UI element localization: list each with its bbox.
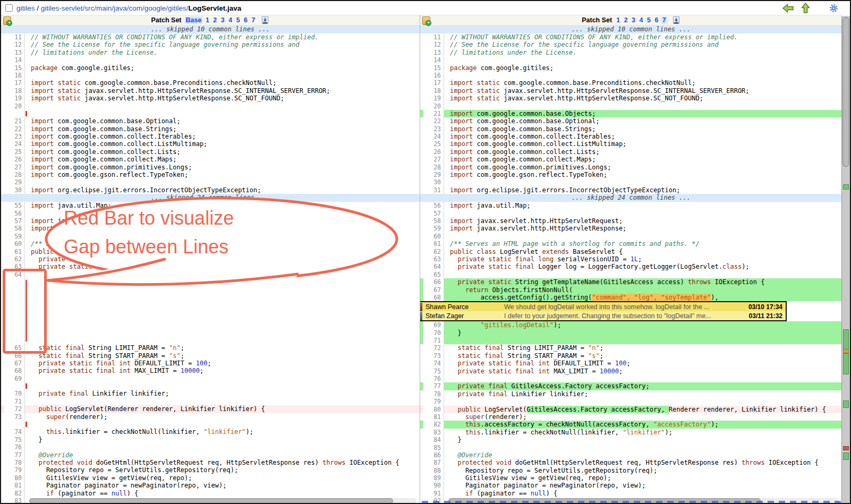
file-reviewed-checkbox[interactable] [5,4,13,12]
line-number: 15 [423,64,444,72]
diff-overview-mark-word [843,349,849,353]
vertical-scrollbar[interactable] [841,16,850,503]
patchset-link-5[interactable]: 5 [235,16,241,24]
horizontal-scrollbar-thumb[interactable] [29,498,393,503]
comment-row[interactable]: Shawn PearceWe should get logDetail work… [420,302,786,311]
line-number: 23 [4,133,25,140]
vertical-scrollbar-thumb[interactable] [843,17,849,167]
breadcrumb-file-name: LogServlet.java [188,4,241,12]
code-line: 15package com.google.gitiles; [1,64,420,72]
code-line: 65 static final String LIMIT_PARAM = "n"… [1,344,420,352]
line-number: 72 [4,405,25,413]
code-line: 69 "gitiles.logDetail"); [420,321,842,329]
code-line: 11// WITHOUT WARRANTIES OR CONDITIONS OF… [1,33,420,41]
code-text: } [444,329,842,337]
gap-red-bar [25,422,27,427]
diff-table-base: ... skipped 10 common lines ...11// WITH… [1,25,420,503]
patchset-link-6[interactable]: 6 [243,16,249,24]
code-line: 11// WITHOUT WARRANTIES OR CONDITIONS OF… [420,33,842,41]
line-number: 69 [423,321,444,329]
code-text: private static final int DEFAULT_LIMIT =… [25,360,420,367]
code-text: private final Linkifier linkifier; [25,390,420,397]
code-text: public LogServlet(GitilesAccess.Factory … [444,406,842,413]
patchset-header-right: + Patch Set 1 2 3 4 5 6 7 [420,15,842,25]
code-text [444,178,842,186]
download-patch-icon[interactable] [673,16,680,24]
code-text: private static String getTemplateName(Gi… [444,278,842,286]
code-text: import com.google.common.base.Objects; [444,110,842,117]
line-number: 24 [423,133,444,140]
code-line: 64 private static final Logger log = Log… [420,263,842,270]
patchset-link-7[interactable]: 7 [661,16,667,24]
diff-pane-patchset: + Patch Set 1 2 3 4 5 6 7 ... skipped 10… [420,15,842,503]
code-line: 90 Paginator paginator = newPaginator(re… [420,482,842,489]
patchset-link-2[interactable]: 2 [212,16,218,24]
settings-gear-icon[interactable] [829,4,838,13]
line-number: 82 [423,421,444,428]
line-number: 67 [423,286,444,294]
patchset-link-3[interactable]: 3 [220,16,226,24]
prev-file-arrow-left-icon[interactable] [782,4,794,13]
line-number: 21 [4,117,25,125]
code-text [444,72,842,79]
code-text: GitilesView view = getView(req, repo); [25,474,420,482]
line-number: 76 [423,375,444,382]
code-line: 67 return Objects.firstNonNull( [420,286,842,294]
line-number: 26 [4,156,25,163]
comment-timestamp: 03/10 17:34 [737,303,786,311]
patchset-link-4[interactable]: 4 [639,16,644,24]
comment-text: I defer to your judgement. Changing the … [504,312,737,320]
code-line: 70 } [420,329,842,337]
line-number: 65 [4,344,25,352]
code-text [25,233,420,240]
code-line: 13// limitations under the License. [1,49,420,56]
diff-overview-mark-add [843,400,849,408]
line-number: 16 [423,72,444,79]
diff-pane-base: + Patch Set Base 1 2 3 4 5 6 7 ... skipp… [1,15,420,503]
breadcrumb-separator: / [35,4,41,12]
line-number: 16 [4,72,25,79]
code-text [444,444,842,451]
code-line: 30import org.eclipse.jgit.errors.Incorre… [1,186,420,194]
horizontal-scrollbar[interactable] [29,498,416,503]
patchset-link-3[interactable]: 3 [631,16,636,24]
line-number: 80 [423,406,444,413]
patchset-link-6[interactable]: 6 [653,16,659,24]
line-number [4,382,25,390]
patchset-link-5[interactable]: 5 [646,16,652,24]
line-number: 59 [423,225,444,232]
code-line: 73 super(renderer); [1,413,420,421]
code-line: 21import com.google.common.base.Objects; [420,110,842,117]
add-file-comment-icon[interactable]: + [422,16,430,25]
breadcrumb-project-link[interactable]: gitiles [16,4,35,12]
code-text [444,398,842,405]
code-line: 72 static final String LIMIT_PARAM = "n"… [420,344,842,352]
patchset-link-2[interactable]: 2 [623,16,629,24]
patchset-link-1[interactable]: 1 [205,16,210,24]
comment-author: Shawn Pearce [422,303,504,311]
code-line: 27import com.google.common.primitives.Lo… [1,164,420,171]
line-number: 70 [423,329,444,337]
download-patch-icon[interactable] [261,16,269,24]
inline-comment-thread[interactable]: Shawn PearceWe should get logDetail work… [420,301,787,321]
diff-gap-row [1,421,420,428]
code-line: 25import com.google.common.collect.ListM… [420,140,842,148]
patchset-link-base[interactable]: Base [185,16,203,24]
code-line: 58import javax.servlet.http.HttpServletR… [1,225,420,232]
breadcrumb-path-link[interactable]: gitiles-servlet/src/main/java/com/google… [41,4,189,12]
code-text: import javax.servlet.http.HttpServletRes… [25,225,420,232]
code-text: package com.google.gitiles; [25,64,420,72]
patchset-link-7[interactable]: 7 [251,16,257,24]
code-line: 84 } [420,436,842,443]
code-text: public class LogServlet extends BaseServ… [444,248,842,255]
h-scrollbar-row: 83 [1,497,420,503]
patchset-link-4[interactable]: 4 [227,16,233,24]
code-text: Paginator paginator = newPaginator(repo,… [25,482,420,489]
code-line: 17import static com.google.common.base.P… [420,79,842,87]
add-file-comment-icon[interactable]: + [3,16,11,25]
next-file-arrow-up-icon[interactable] [801,3,810,13]
comment-row[interactable]: Stefan ZagerI defer to your judgement. C… [420,311,786,320]
code-line: 21import com.google.common.base.Optional… [1,117,420,125]
patchset-link-1[interactable]: 1 [615,16,621,24]
code-text: // See the License for the specific lang… [444,41,842,48]
